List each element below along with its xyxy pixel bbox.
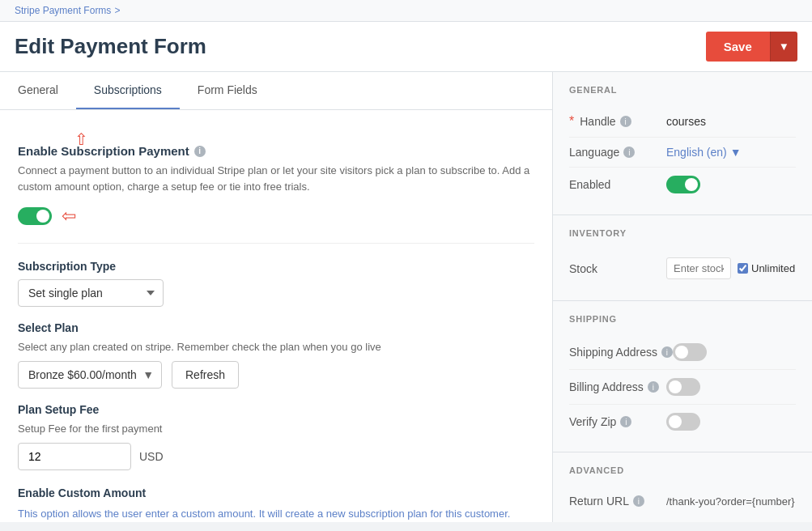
plan-select-wrap: Bronze $60.00/month Silver $100.00/month… bbox=[18, 361, 162, 389]
subscription-type-select[interactable]: Set single plan Let visitor choose Custo… bbox=[18, 279, 164, 307]
breadcrumb-separator: > bbox=[114, 5, 120, 16]
breadcrumb-parent[interactable]: Stripe Payment Forms bbox=[15, 5, 111, 16]
unlimited-label[interactable]: Unlimited bbox=[738, 262, 795, 274]
right-panel: GENERAL * Handle i courses Language i En… bbox=[553, 72, 812, 522]
select-plan-label: Select Plan bbox=[18, 321, 534, 334]
tabs-bar: General Subscriptions Form Fields bbox=[0, 72, 552, 110]
subscription-type-label: Subscription Type bbox=[18, 260, 534, 273]
custom-amount-label: Enable Custom Amount bbox=[18, 486, 534, 499]
select-plan-desc: Select any plan created on stripe. Remem… bbox=[18, 341, 534, 353]
tab-subscriptions[interactable]: Subscriptions bbox=[76, 72, 180, 109]
billing-address-slider bbox=[666, 378, 700, 396]
plan-select[interactable]: Bronze $60.00/month Silver $100.00/month… bbox=[18, 361, 162, 389]
toggle-slider bbox=[18, 207, 52, 225]
handle-field: * Handle i courses bbox=[569, 106, 796, 138]
return-url-field: Return URL i /thank-you?order={number} bbox=[569, 486, 796, 516]
page-header: Edit Payment Form Save ▼ bbox=[0, 22, 812, 72]
stock-row: Unlimited bbox=[666, 257, 796, 279]
stock-input[interactable] bbox=[666, 257, 731, 279]
divider-1 bbox=[18, 243, 534, 244]
language-field: Language i English (en) ▼ bbox=[569, 138, 796, 168]
custom-amount-section: Enable Custom Amount This option allows … bbox=[18, 486, 534, 522]
right-inventory-section: INVENTORY Stock Unlimited bbox=[553, 215, 812, 301]
stock-label: Stock bbox=[569, 262, 666, 275]
enabled-slider bbox=[666, 176, 700, 193]
right-general-section: GENERAL * Handle i courses Language i En… bbox=[553, 72, 812, 215]
right-inventory-title: INVENTORY bbox=[569, 228, 796, 238]
right-general-title: GENERAL bbox=[569, 85, 796, 95]
shipping-address-field: Shipping Address i bbox=[569, 335, 796, 370]
enable-subscription-toggle[interactable] bbox=[18, 207, 52, 225]
select-plan-section: Select Plan Select any plan created on s… bbox=[18, 321, 534, 389]
right-advanced-section: ADVANCED Return URL i /thank-you?order={… bbox=[553, 452, 812, 522]
breadcrumb: Stripe Payment Forms > bbox=[0, 0, 812, 22]
arrow-left-indicator: ⇦ bbox=[62, 206, 76, 227]
handle-value: courses bbox=[666, 115, 796, 128]
plan-row: Bronze $60.00/month Silver $100.00/month… bbox=[18, 361, 534, 389]
stock-field: Stock Unlimited bbox=[569, 249, 796, 287]
shipping-address-label: Shipping Address i bbox=[569, 346, 673, 359]
billing-address-label: Billing Address i bbox=[569, 380, 666, 393]
tab-form-fields[interactable]: Form Fields bbox=[180, 72, 275, 109]
main-layout: General Subscriptions Form Fields ⇧ Enab… bbox=[0, 72, 812, 522]
enabled-toggle[interactable] bbox=[666, 176, 700, 193]
fee-currency: USD bbox=[139, 450, 164, 463]
tab-content-subscriptions: ⇧ Enable Subscription Payment i Connect … bbox=[0, 110, 552, 522]
tab-general[interactable]: General bbox=[0, 72, 76, 109]
billing-address-field: Billing Address i bbox=[569, 370, 796, 405]
setup-fee-section: Plan Setup Fee Setup Fee for the first p… bbox=[18, 403, 534, 470]
enable-subscription-toggle-row: ⇦ bbox=[18, 206, 534, 227]
setup-fee-label: Plan Setup Fee bbox=[18, 403, 534, 416]
billing-address-toggle[interactable] bbox=[666, 378, 700, 396]
setup-fee-desc: Setup Fee for the first payment bbox=[18, 423, 534, 435]
right-shipping-section: SHIPPING Shipping Address i Billing Addr… bbox=[553, 301, 812, 452]
save-dropdown-button[interactable]: ▼ bbox=[770, 32, 797, 62]
enable-subscription-info-icon[interactable]: i bbox=[194, 146, 206, 157]
page-title: Edit Payment Form bbox=[15, 34, 206, 59]
right-advanced-title: ADVANCED bbox=[569, 465, 796, 475]
save-button[interactable]: Save bbox=[706, 32, 770, 62]
required-dot: * bbox=[569, 114, 574, 129]
enabled-label: Enabled bbox=[569, 178, 666, 191]
shipping-address-toggle[interactable] bbox=[673, 343, 707, 361]
language-info-icon[interactable]: i bbox=[623, 147, 635, 158]
language-label: Language i bbox=[569, 146, 666, 159]
enabled-field: Enabled bbox=[569, 168, 796, 202]
setup-fee-input[interactable] bbox=[18, 443, 131, 470]
shipping-address-slider bbox=[673, 343, 707, 361]
enable-subscription-desc: Connect a payment button to an individua… bbox=[18, 163, 534, 194]
verify-zip-field: Verify Zip i bbox=[569, 405, 796, 439]
verify-zip-slider bbox=[666, 413, 700, 431]
custom-amount-desc: This option allows the user enter a cust… bbox=[18, 506, 534, 522]
shipping-address-info-icon[interactable]: i bbox=[661, 346, 673, 358]
left-panel: General Subscriptions Form Fields ⇧ Enab… bbox=[0, 72, 553, 522]
return-url-label: Return URL i bbox=[569, 495, 666, 508]
billing-address-info-icon[interactable]: i bbox=[648, 381, 659, 393]
save-button-group: Save ▼ bbox=[706, 32, 797, 62]
return-url-value: /thank-you?order={number} bbox=[666, 495, 796, 508]
verify-zip-toggle[interactable] bbox=[666, 413, 700, 431]
right-shipping-title: SHIPPING bbox=[569, 314, 796, 324]
fee-row: USD bbox=[18, 443, 534, 470]
return-url-info-icon[interactable]: i bbox=[633, 495, 644, 507]
verify-zip-info-icon[interactable]: i bbox=[620, 416, 631, 427]
verify-zip-label: Verify Zip i bbox=[569, 415, 666, 428]
language-value[interactable]: English (en) ▼ bbox=[666, 146, 796, 159]
unlimited-checkbox[interactable] bbox=[738, 263, 748, 274]
handle-info-icon[interactable]: i bbox=[620, 116, 631, 127]
refresh-button[interactable]: Refresh bbox=[172, 361, 239, 389]
enable-subscription-title: Enable Subscription Payment i bbox=[18, 144, 534, 158]
handle-label: * Handle i bbox=[569, 114, 666, 129]
